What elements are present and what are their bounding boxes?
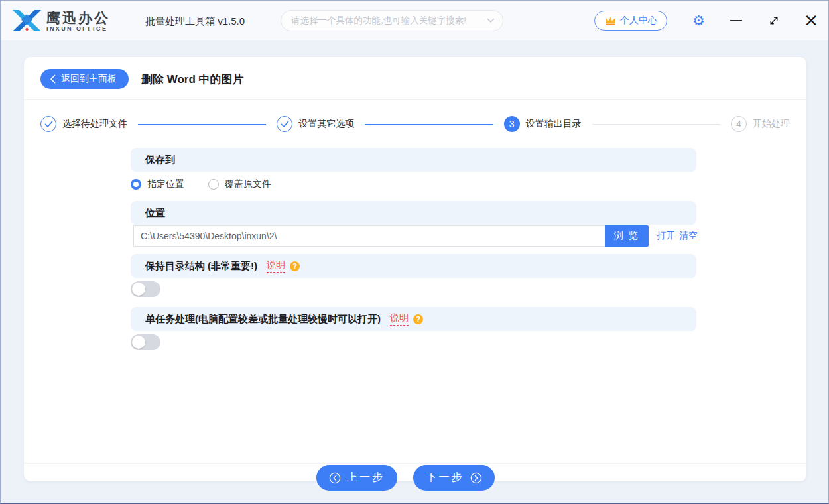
brand-name-en: INXUN OFFICE <box>46 25 110 32</box>
app-title: 批量处理工具箱 v1.5.0 <box>145 15 245 28</box>
step-3-number-badge: 3 <box>504 116 520 132</box>
keep-structure-important-note: (非常重要!) <box>208 260 257 273</box>
chevron-left-icon <box>50 74 56 84</box>
step-start-processing: 4 开始处理 <box>731 116 790 132</box>
next-step-label: 下一步 <box>426 471 464 485</box>
step-4-number-badge: 4 <box>731 116 747 132</box>
toggle-knob <box>132 283 145 296</box>
step-2-label: 设置其它选项 <box>298 118 354 130</box>
single-task-title: 单任务处理(电脑配置较差或批量处理较慢时可以打开) <box>145 313 381 326</box>
page-title: 删除 Word 中的图片 <box>141 72 244 87</box>
search-placeholder: 请选择一个具体的功能,也可输入关键字搜索! <box>291 15 487 27</box>
radio-overwrite-original[interactable]: 覆盖原文件 <box>208 178 271 190</box>
back-button-label: 返回到主面板 <box>61 73 117 85</box>
step-select-files: 选择待处理文件 <box>40 116 127 132</box>
crown-icon <box>604 15 617 26</box>
settings-gear-icon[interactable]: ⚙ <box>692 12 705 29</box>
app-window: 鹰迅办公 INXUN OFFICE 批量处理工具箱 v1.5.0 请选择一个具体… <box>0 0 829 504</box>
maximize-button[interactable] <box>769 15 779 26</box>
previous-step-button[interactable]: 上一步 <box>316 465 397 491</box>
browse-button[interactable]: 浏 览 <box>605 225 649 247</box>
step-indicator: 选择待处理文件 设置其它选项 3 设置输出目录 4 开始处理 <box>40 115 790 133</box>
step-2-check-icon <box>277 116 292 132</box>
previous-step-label: 上一步 <box>347 471 385 485</box>
question-mark-icon[interactable]: ? <box>413 314 423 324</box>
open-folder-link[interactable]: 打开 <box>657 230 675 242</box>
radio-unselected-icon <box>208 179 219 190</box>
question-mark-icon[interactable]: ? <box>290 261 300 271</box>
single-task-toggle[interactable] <box>131 334 160 350</box>
step-1-check-icon <box>40 116 56 132</box>
keep-structure-help-link[interactable]: 说明 <box>267 259 285 273</box>
keep-structure-title: 保持目录结构 <box>145 260 205 273</box>
radio-specified-location[interactable]: 指定位置 <box>131 178 184 190</box>
radio-label: 覆盖原文件 <box>225 178 271 190</box>
step-4-label: 开始处理 <box>753 118 790 130</box>
step-other-options: 设置其它选项 <box>277 116 354 132</box>
user-center-label: 个人中心 <box>620 15 657 27</box>
location-title: 位置 <box>145 207 165 220</box>
single-task-section-header: 单任务处理(电脑配置较差或批量处理较慢时可以打开) 说明 ? <box>131 307 696 331</box>
save-to-section-header: 保存到 <box>131 148 696 172</box>
header-divider <box>24 99 806 100</box>
clear-path-link[interactable]: 清空 <box>679 230 698 242</box>
user-center-button[interactable]: 个人中心 <box>594 11 667 31</box>
keep-structure-toggle[interactable] <box>131 281 160 297</box>
circle-arrow-right-icon <box>470 472 482 484</box>
save-to-radio-group: 指定位置 覆盖原文件 <box>131 178 286 190</box>
save-to-title: 保存到 <box>145 154 175 166</box>
close-button[interactable]: × <box>803 9 819 31</box>
location-section-header: 位置 <box>131 201 696 225</box>
titlebar: 鹰迅办公 INXUN OFFICE 批量处理工具箱 v1.5.0 请选择一个具体… <box>1 1 828 40</box>
radio-label: 指定位置 <box>147 178 184 190</box>
step-output-dir: 3 设置输出目录 <box>504 116 582 132</box>
app-logo: 鹰迅办公 INXUN OFFICE <box>11 9 110 34</box>
step-3-label: 设置输出目录 <box>526 118 582 130</box>
step-connector <box>365 124 493 125</box>
back-to-dashboard-button[interactable]: 返回到主面板 <box>40 69 129 89</box>
footer-divider <box>24 463 806 464</box>
single-task-help-link[interactable]: 说明 <box>390 312 409 326</box>
brand-name-cn: 鹰迅办公 <box>46 10 110 25</box>
keep-structure-section-header: 保持目录结构 (非常重要!) 说明 ? <box>131 254 696 278</box>
step-connector <box>592 124 720 125</box>
step-connector <box>138 124 266 125</box>
next-step-button[interactable]: 下一步 <box>413 465 495 491</box>
function-search-select[interactable]: 请选择一个具体的功能,也可输入关键字搜索! <box>281 10 503 31</box>
logo-x-icon <box>11 9 42 34</box>
location-path-row: 浏 览 打开 清空 <box>131 225 696 247</box>
minimize-button[interactable] <box>730 20 742 21</box>
chevron-down-icon <box>487 18 495 23</box>
toggle-knob <box>132 336 145 349</box>
radio-selected-icon <box>131 179 141 190</box>
output-path-input[interactable] <box>133 225 605 247</box>
circle-arrow-left-icon <box>329 472 341 484</box>
main-card: 返回到主面板 删除 Word 中的图片 选择待处理文件 设置其它选项 3 <box>24 57 806 481</box>
step-1-label: 选择待处理文件 <box>62 118 127 130</box>
